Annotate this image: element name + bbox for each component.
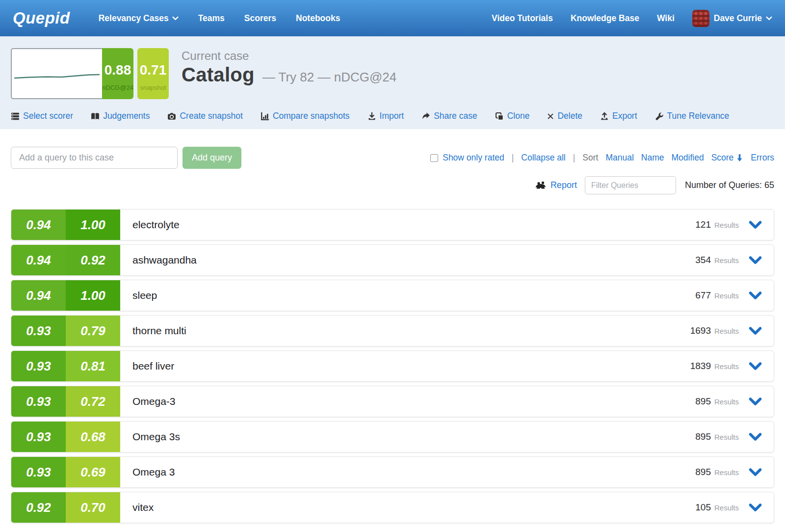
tool-label: Create snapshot [180, 111, 242, 121]
tool-label: Share case [434, 111, 477, 121]
case-title[interactable]: Catalog [182, 64, 255, 86]
tune-relevance-button[interactable]: Tune Relevance [655, 111, 730, 121]
case-try-and-scorer: — Try 82 — nDCG@24 [262, 70, 396, 85]
case-score-summary[interactable]: 0.88 nDCG@24 0.71 snapshot [11, 48, 169, 99]
query-row[interactable]: 0.94 1.00 sleep 677 Results [11, 280, 774, 311]
query-score-badge: 0.94 [11, 210, 66, 240]
nav-relevancy-cases[interactable]: Relevancy Cases [99, 13, 179, 24]
query-score-badge: 0.93 [11, 316, 66, 346]
results-label: Results [714, 256, 739, 265]
select-scorer-button[interactable]: Select scorer [11, 111, 73, 121]
show-only-rated-checkbox[interactable] [430, 154, 438, 162]
query-name[interactable]: Omega-3 [132, 396, 695, 407]
clone-icon [495, 112, 504, 121]
case-toolbar: Select scorer Judgements Create snapshot… [11, 111, 774, 121]
nav-wiki[interactable]: Wiki [657, 13, 675, 24]
sort-modified-link[interactable]: Modified [671, 153, 704, 163]
chart-icon [261, 112, 269, 121]
sort-label: Sort [582, 153, 598, 163]
query-snapshot-score-badge: 0.70 [66, 492, 120, 523]
case-title-block: Current case Catalog — Try 82 — nDCG@24 [182, 48, 396, 86]
export-button[interactable]: Export [600, 111, 637, 121]
add-query-input[interactable] [11, 147, 178, 169]
book-icon [91, 112, 100, 121]
sort-name-link[interactable]: Name [641, 153, 664, 163]
query-results: 354 Results [695, 255, 739, 266]
nav-knowledge-base[interactable]: Knowledge Base [571, 13, 639, 24]
expand-chevron-icon[interactable] [749, 220, 762, 230]
nav-label: Wiki [657, 13, 675, 24]
clone-button[interactable]: Clone [495, 111, 530, 121]
nav-scorers[interactable]: Scorers [244, 13, 276, 24]
show-only-rated-label[interactable]: Show only rated [443, 153, 504, 163]
case-header: 0.88 nDCG@24 0.71 snapshot Current case … [0, 36, 785, 129]
results-label: Results [714, 221, 739, 229]
report-filter-row: Report Number of Queries: 65 [11, 176, 774, 194]
judgements-button[interactable]: Judgements [91, 111, 150, 121]
query-score-badge: 0.93 [11, 457, 66, 487]
query-name[interactable]: Omega 3 [132, 466, 695, 478]
nav-notebooks[interactable]: Notebooks [296, 13, 340, 24]
results-label: Results [714, 398, 739, 406]
results-count: 895 [695, 396, 711, 407]
query-row[interactable]: 0.94 0.92 ashwagandha 354 Results [11, 244, 774, 276]
query-name[interactable]: vitex [132, 502, 695, 513]
add-query-button[interactable]: Add query [183, 147, 241, 169]
delete-button[interactable]: Delete [547, 111, 582, 121]
report-label: Report [550, 180, 577, 190]
results-count: 677 [695, 290, 711, 301]
create-snapshot-button[interactable]: Create snapshot [167, 111, 242, 121]
query-row[interactable]: 0.94 1.00 electrolyte 121 Results [11, 209, 774, 240]
sort-score-link[interactable]: Score [711, 153, 744, 163]
expand-chevron-icon[interactable] [749, 326, 762, 336]
chevron-down-icon [766, 16, 772, 21]
filter-queries-input[interactable] [585, 176, 676, 194]
query-name[interactable]: sleep [132, 290, 695, 301]
quepid-app: Quepid Relevancy Cases Teams Scorers Not… [0, 0, 785, 532]
quepid-logo[interactable]: Quepid [13, 9, 70, 27]
nav-video-tutorials[interactable]: Video Tutorials [492, 13, 553, 24]
query-row[interactable]: 0.92 0.70 vitex 105 Results [11, 492, 774, 523]
query-snapshot-score-badge: 0.69 [66, 457, 120, 487]
sort-errors-link[interactable]: Errors [751, 153, 774, 163]
nav-label: Teams [198, 13, 225, 24]
query-name[interactable]: Omega 3s [132, 431, 695, 443]
query-snapshot-score-badge: 0.79 [66, 316, 120, 346]
query-name[interactable]: thorne multi [132, 325, 690, 337]
query-row[interactable]: 0.93 0.79 thorne multi 1693 Results [11, 315, 774, 346]
query-count: Number of Queries: 65 [685, 180, 774, 190]
query-score-badge: 0.92 [11, 492, 66, 523]
import-button[interactable]: Import [367, 111, 404, 121]
query-row[interactable]: 0.93 0.68 Omega 3s 895 Results [11, 421, 774, 452]
share-case-button[interactable]: Share case [421, 111, 477, 121]
tool-label: Compare snapshots [273, 111, 350, 121]
expand-chevron-icon[interactable] [749, 468, 762, 477]
expand-chevron-icon[interactable] [749, 362, 762, 371]
report-button[interactable]: Report [535, 180, 577, 190]
query-row[interactable]: 0.93 0.69 Omega 3 895 Results [11, 456, 774, 488]
expand-chevron-icon[interactable] [749, 256, 762, 265]
expand-chevron-icon[interactable] [749, 432, 762, 442]
user-avatar [692, 10, 709, 27]
user-name-wrap: Dave Currie [714, 13, 772, 24]
compare-snapshots-button[interactable]: Compare snapshots [261, 111, 350, 121]
query-results: 677 Results [695, 290, 739, 301]
case-score-label: nDCG@24 [102, 84, 133, 91]
nav-teams[interactable]: Teams [198, 13, 225, 24]
query-name[interactable]: beef liver [132, 360, 690, 372]
query-name[interactable]: electrolyte [132, 219, 695, 231]
divider: | [512, 153, 514, 163]
export-icon [600, 112, 609, 121]
sort-manual-link[interactable]: Manual [605, 153, 633, 163]
expand-chevron-icon[interactable] [749, 291, 762, 300]
collapse-all-link[interactable]: Collapse all [521, 153, 565, 163]
query-results: 1839 Results [690, 361, 739, 372]
expand-chevron-icon[interactable] [749, 397, 762, 406]
case-subtitle: Current case [182, 49, 396, 63]
expand-chevron-icon[interactable] [749, 503, 762, 512]
query-row[interactable]: 0.93 0.72 Omega-3 895 Results [11, 386, 774, 417]
user-menu[interactable]: Dave Currie [692, 10, 772, 27]
query-name[interactable]: ashwagandha [132, 254, 695, 266]
score-sparkline [11, 48, 102, 99]
query-row[interactable]: 0.93 0.81 beef liver 1839 Results [11, 350, 774, 382]
